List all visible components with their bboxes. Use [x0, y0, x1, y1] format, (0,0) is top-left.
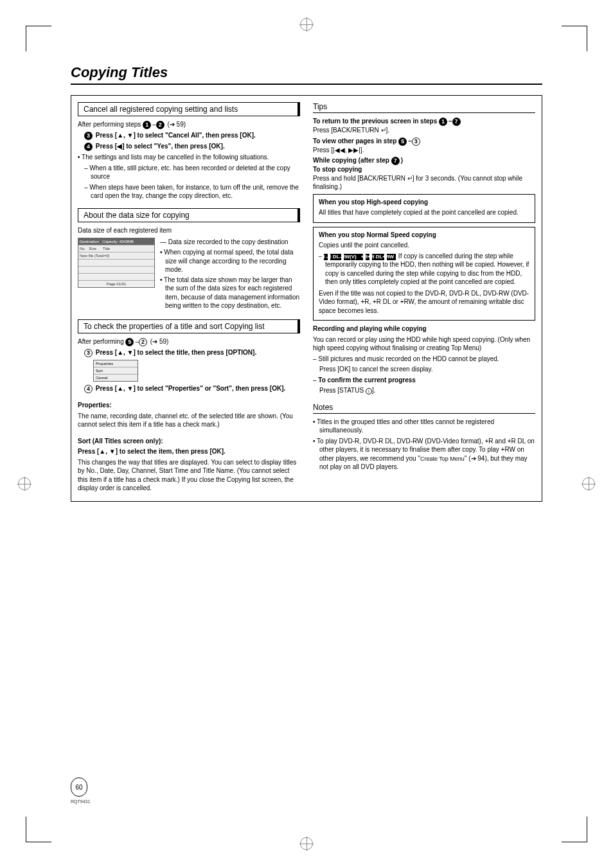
plusrw-tag: +RW	[387, 254, 396, 261]
recording-text: You can record or play using the HDD whi…	[313, 335, 535, 353]
after-performing-text: After performing steps 1–2 (➔ 59)	[78, 120, 300, 129]
tip-while-copying: While copying (after step 7) To stop cop…	[313, 156, 535, 191]
section-header-datasize: About the data size for copying	[78, 208, 300, 222]
crop-mark	[26, 26, 51, 51]
ring-2-icon: 2	[139, 338, 147, 346]
ring-3-icon: 3	[84, 349, 93, 357]
document-code: RQT9431	[71, 799, 90, 804]
recording-heading: Recording and playing while copying	[313, 324, 535, 333]
datasize-intro: Data size of each registered item	[78, 226, 300, 235]
registration-mark	[18, 477, 31, 490]
rec-bullet-1: – Still pictures and music recorded on t…	[313, 355, 535, 364]
step-1-icon: 1	[439, 118, 447, 126]
tip-return: To return to the previous screen in step…	[313, 117, 535, 135]
step-4-icon: 4	[84, 143, 93, 151]
tip-other-pages: To view other pages in step 5–3 Press [|…	[313, 137, 535, 155]
properties-heading: Properties:	[78, 401, 300, 410]
sub-bullet-2: – When steps have been taken, for instan…	[84, 183, 300, 200]
ring-3-icon: 3	[412, 137, 420, 146]
highspeed-stop-box: When you stop High-speed copying All tit…	[313, 194, 535, 223]
annotation-datasize: — Data size recorded to the copy destina…	[160, 238, 300, 247]
rec-bullet-2: – To confirm the current progress	[313, 376, 535, 385]
step-2-icon: 2	[156, 121, 164, 129]
bullet-text: • The settings and lists may be cancelle…	[78, 153, 300, 162]
step-ring-4: 4 Press [▲, ▼] to select "Properties" or…	[84, 384, 300, 393]
main-content-box: Cancel all registered copying setting an…	[71, 95, 542, 502]
notes-heading: Notes	[313, 403, 535, 414]
sort-line: Press [▲, ▼] to select the item, then pr…	[78, 447, 300, 456]
page-title: Copying Titles	[71, 64, 542, 85]
datasize-bullet-1: • When copying at normal speed, the tota…	[160, 248, 300, 274]
step-1-icon: 1	[143, 121, 151, 129]
rec-bullet-2b: Press [STATUS i].	[319, 386, 535, 395]
section-header-cancel: Cancel all registered copying setting an…	[78, 102, 300, 116]
crop-mark	[562, 26, 587, 51]
note-1: • Titles in the grouped titles and other…	[313, 418, 535, 435]
step-5-icon: 5	[125, 338, 134, 346]
format-tags-line: – -R -R DL -RW(V) +R +R DL +RW If copy i…	[319, 252, 529, 287]
page-number: 60	[71, 777, 87, 797]
step-7-icon: 7	[391, 157, 400, 165]
registration-mark	[300, 18, 313, 31]
step-4: 4 Press [◀] to select "Yes", then press …	[84, 142, 300, 151]
tips-heading: Tips	[313, 102, 535, 113]
return-icon: ↵	[407, 175, 413, 182]
return-icon: ↵	[381, 127, 386, 134]
rec-bullet-1b: Press [OK] to cancel the screen display.	[319, 365, 535, 374]
step-3-icon: 3	[84, 132, 93, 140]
step-7-icon: 7	[452, 118, 461, 126]
normalspeed-stop-box: When you stop Normal Speed copying Copie…	[313, 227, 535, 321]
crop-mark	[562, 817, 587, 842]
step-5-icon: 5	[398, 137, 407, 146]
registration-mark	[582, 477, 595, 490]
step-ring-3: 3 Press [▲, ▼] to select the title, then…	[84, 348, 300, 357]
capacity-table: Destination Capacity: 4343MB No. Size Ti…	[78, 238, 155, 288]
option-popup: Properties Sort Cancel	[93, 360, 138, 382]
right-column: Tips To return to the previous screen in…	[313, 102, 535, 495]
page-footer: 60 RQT9431	[71, 777, 90, 804]
sub-bullet-1: – When a title, still picture, etc. has …	[84, 164, 300, 181]
note-2: • To play DVD-R, DVD-R DL, DVD-RW (DVD-V…	[313, 437, 535, 472]
status-icon: i	[366, 388, 372, 394]
registration-mark	[300, 837, 313, 850]
sort-heading: Sort (All Titles screen only):	[78, 437, 300, 446]
left-column: Cancel all registered copying setting an…	[78, 102, 300, 495]
box2-note: Even if the title was not copied to the …	[319, 289, 529, 315]
crop-mark	[26, 817, 51, 842]
sort-text: This changes the way that titles are dis…	[78, 458, 300, 493]
after-performing-2: After performing 5–2 (➔ 59)	[78, 337, 300, 346]
rwv-tag: -RW(V)	[344, 254, 363, 261]
datasize-bullet-2: • The total data size shown may be large…	[160, 276, 300, 310]
ring-4-icon: 4	[84, 385, 93, 393]
step-3: 3 Press [▲, ▼] to select "Cancel All", t…	[84, 131, 300, 140]
properties-text: The name, recording date, channel etc. o…	[78, 412, 300, 429]
section-header-properties: To check the properties of a title and s…	[78, 319, 300, 333]
